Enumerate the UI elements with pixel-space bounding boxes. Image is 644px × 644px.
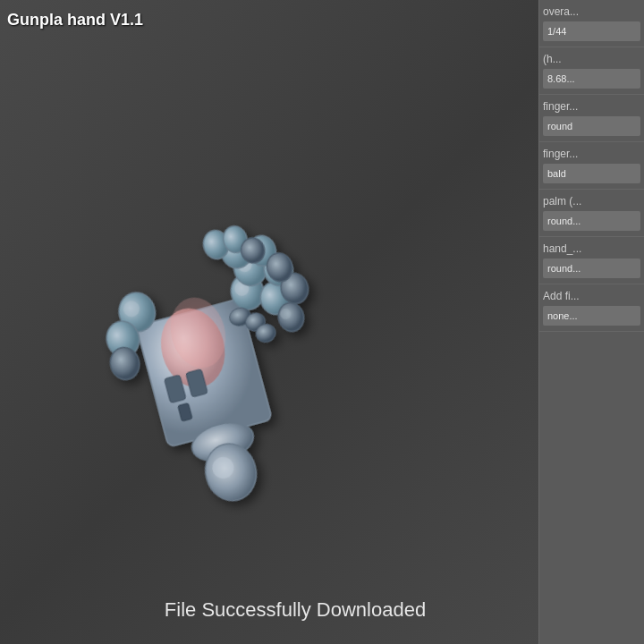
height-label: (h...: [543, 53, 640, 65]
palm-value[interactable]: round...: [543, 211, 640, 231]
model-title: Gunpla hand V1.1: [7, 11, 143, 30]
add-finger-value[interactable]: none...: [543, 306, 640, 326]
hand-label: hand_...: [543, 242, 640, 255]
3d-viewport[interactable]: Gunpla hand V1.1: [0, 0, 590, 644]
status-message: File Successfully Downloaded: [0, 598, 590, 622]
fingertip2-label: finger...: [543, 148, 640, 160]
panel-section-fingertip2: finger... bald: [539, 142, 644, 190]
panel-section-hand: hand_... round...: [539, 237, 644, 284]
properties-panel: overa... 1/44 (h... 8.68... finger... ro…: [538, 0, 644, 644]
hand-value[interactable]: round...: [543, 258, 640, 278]
panel-section-overall: overa... 1/44: [539, 0, 644, 47]
fingertip1-label: finger...: [543, 100, 640, 113]
panel-section-add-finger: Add fi... none...: [539, 284, 644, 332]
add-finger-label: Add fi...: [543, 290, 640, 302]
panel-section-fingertip1: finger... round: [539, 95, 644, 142]
panel-section-palm: palm (... round...: [539, 190, 644, 237]
overall-value[interactable]: 1/44: [543, 21, 640, 41]
model-display: [45, 179, 358, 555]
palm-label: palm (...: [543, 195, 640, 208]
fingertip2-value[interactable]: bald: [543, 164, 640, 183]
fingertip1-value[interactable]: round: [543, 116, 640, 136]
height-value[interactable]: 8.68...: [543, 69, 640, 89]
panel-section-height: (h... 8.68...: [539, 47, 644, 95]
overall-label: overa...: [543, 5, 640, 18]
